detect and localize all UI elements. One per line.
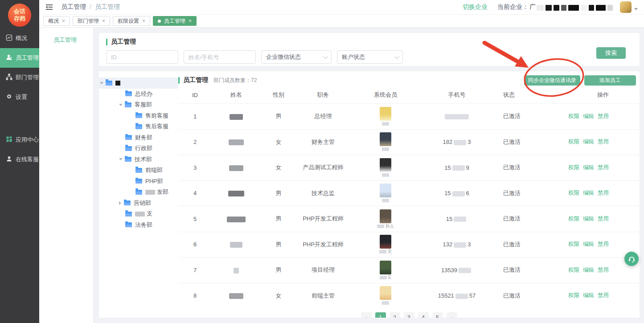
- add-employee-button[interactable]: 添加员工: [584, 75, 636, 86]
- cell-name: [212, 241, 261, 248]
- cell-gender: 女: [261, 138, 296, 146]
- tab-permissions[interactable]: 权限设置 ×: [113, 16, 150, 26]
- edit-link[interactable]: 编辑: [583, 241, 594, 247]
- name-phone-input[interactable]: [184, 50, 256, 64]
- service-icon: [6, 155, 12, 164]
- wechat-status-select[interactable]: 企业微信状态: [261, 50, 332, 64]
- pagination-page-1[interactable]: 1: [375, 312, 386, 318]
- edit-link[interactable]: 编辑: [583, 216, 594, 222]
- sidebar-item-label: 概况: [16, 34, 27, 42]
- sidebar-item-departments[interactable]: 部门管理: [0, 68, 39, 87]
- tree-node[interactable]: 售前客服: [99, 110, 178, 122]
- pagination-prev[interactable]: ‹: [361, 312, 372, 318]
- permission-link[interactable]: 权限: [568, 113, 579, 119]
- cell-actions: 权限编辑禁用: [546, 189, 640, 197]
- tree-node[interactable]: 法务部: [99, 220, 178, 231]
- permission-link[interactable]: 权限: [568, 139, 579, 145]
- member-avatar: [380, 132, 391, 146]
- cell-actions: 权限编辑禁用: [546, 266, 640, 274]
- permission-link[interactable]: 权限: [568, 216, 579, 222]
- subnav-item-employees[interactable]: 员工管理: [39, 28, 93, 44]
- tree-node[interactable]: 客服部: [99, 99, 178, 110]
- tree-node-label: 营销部: [134, 199, 151, 207]
- user-avatar[interactable]: [620, 1, 632, 13]
- sync-wechat-contacts-button[interactable]: 同步企业微信通讯录: [524, 75, 580, 86]
- folder-icon: [135, 179, 142, 184]
- tab-close-icon[interactable]: ×: [62, 18, 65, 24]
- tree-node[interactable]: 售后客服: [99, 121, 178, 132]
- disable-link[interactable]: 禁用: [598, 267, 609, 273]
- tree-node[interactable]: 技术部: [99, 154, 178, 165]
- edit-link[interactable]: 编辑: [583, 164, 594, 171]
- permission-link[interactable]: 权限: [568, 190, 579, 196]
- pagination-page-3[interactable]: 3: [404, 312, 414, 318]
- pagination-page-5[interactable]: 5: [432, 312, 443, 318]
- disable-link[interactable]: 禁用: [598, 164, 609, 171]
- edit-link[interactable]: 编辑: [583, 267, 594, 273]
- online-service-float-button[interactable]: [624, 252, 639, 266]
- permission-link[interactable]: 权限: [568, 164, 579, 171]
- edit-link[interactable]: 编辑: [583, 190, 594, 196]
- collapse-menu-icon[interactable]: [45, 4, 53, 11]
- sidebar-item-settings[interactable]: 设置: [0, 87, 39, 107]
- pagination-next[interactable]: ›: [447, 312, 457, 318]
- breadcrumb-parent[interactable]: 员工管理: [61, 3, 86, 11]
- id-input[interactable]: [106, 50, 178, 64]
- sidebar-item-overview[interactable]: 概况: [0, 29, 39, 48]
- search-button[interactable]: 搜索: [596, 47, 626, 59]
- tree-caret-down-icon[interactable]: [119, 158, 123, 160]
- tree-caret-down-icon[interactable]: [119, 104, 123, 106]
- switch-company-link[interactable]: 切换企业: [463, 3, 488, 11]
- tree-node[interactable]: 财务部: [99, 132, 178, 143]
- sidebar-item-online-service[interactable]: 在线客服: [0, 150, 39, 169]
- pagination-page-4[interactable]: 4: [418, 312, 429, 318]
- sidebar-item-employees[interactable]: 员工管理: [0, 48, 39, 68]
- cell-job-title: 总经理: [296, 112, 350, 120]
- pagination-page-2[interactable]: 2: [390, 312, 400, 318]
- disable-link[interactable]: 禁用: [598, 292, 609, 298]
- tree-caret-right-icon[interactable]: [119, 201, 121, 205]
- cell-member: [350, 107, 421, 126]
- disable-link[interactable]: 禁用: [598, 241, 609, 247]
- tab-close-icon[interactable]: ×: [189, 18, 192, 24]
- tree-caret-down-icon[interactable]: [100, 82, 103, 84]
- folder-icon: [125, 222, 132, 227]
- tree-node[interactable]: PHP部: [99, 176, 178, 187]
- permission-link[interactable]: 权限: [568, 292, 579, 298]
- cell-id: 3: [178, 164, 212, 171]
- tree-node[interactable]: 发部: [99, 187, 178, 198]
- sidebar-item-app-center[interactable]: 应用中心: [0, 130, 39, 150]
- member-caption: 天: [379, 249, 392, 254]
- filter-card: 员工管理 企业微信状态 账户状态 搜索: [99, 33, 640, 66]
- cell-id: 5: [178, 216, 212, 222]
- cell-name: [212, 190, 261, 196]
- cell-status: 已激活: [492, 292, 546, 300]
- redacted-caption: [382, 147, 389, 151]
- edit-link[interactable]: 编辑: [583, 113, 594, 119]
- permission-link[interactable]: 权限: [568, 241, 579, 247]
- tree-node-label: 售后客服: [145, 123, 168, 131]
- chevron-down-icon[interactable]: [634, 8, 638, 10]
- permission-link[interactable]: 权限: [568, 267, 579, 273]
- cell-phone: 159: [421, 164, 492, 171]
- edit-link[interactable]: 编辑: [583, 292, 594, 298]
- disable-link[interactable]: 禁用: [598, 216, 609, 222]
- disable-link[interactable]: 禁用: [598, 139, 609, 145]
- tree-node[interactable]: 支: [99, 209, 178, 220]
- tree-node[interactable]: [99, 78, 178, 89]
- tab-close-icon[interactable]: ×: [142, 18, 145, 24]
- tree-node[interactable]: 营销部: [99, 198, 178, 209]
- disable-link[interactable]: 禁用: [598, 190, 609, 196]
- tab-close-icon[interactable]: ×: [102, 18, 105, 24]
- redacted-name: [230, 242, 242, 248]
- disable-link[interactable]: 禁用: [598, 113, 609, 119]
- tab-departments[interactable]: 部门管理 ×: [73, 16, 110, 26]
- cell-id: 8: [178, 292, 212, 299]
- account-status-select[interactable]: 账户状态: [337, 50, 403, 64]
- tree-node[interactable]: 前端部: [99, 165, 178, 176]
- edit-link[interactable]: 编辑: [583, 139, 594, 145]
- tree-node[interactable]: 行政部: [99, 143, 178, 154]
- tab-overview[interactable]: 概况 ×: [43, 16, 70, 26]
- tree-node[interactable]: 总经办: [99, 89, 178, 100]
- tab-employees[interactable]: 员工管理 ×: [153, 16, 197, 26]
